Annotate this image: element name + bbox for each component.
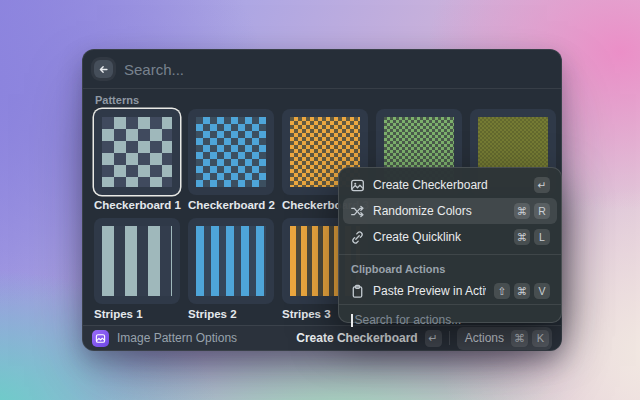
status-divider [449,331,450,345]
menu-search-placeholder: Search for actions... [355,313,462,327]
menu-item[interactable]: Paste Preview in Active App⇧⌘V [343,278,557,304]
key-cap: R [534,203,550,219]
app-name: Image Pattern Options [117,331,237,345]
patterns-section-title: Patterns [95,94,550,106]
action-menu-items: Create Checkerboard↵Randomize Colors⌘RCr… [343,172,557,250]
checker-pattern [102,117,172,187]
k-key-cap: K [532,330,549,347]
clipboard-icon [350,284,365,299]
pattern-preview[interactable] [188,218,274,304]
menu-item-label: Create Quicklink [373,230,506,244]
stripes-pattern [196,226,266,296]
menu-search-input[interactable]: Search for actions... [343,309,557,331]
clipboard-section-title: Clipboard Actions [343,259,557,278]
menu-search-divider [339,304,561,305]
menu-item-shortcut: ⌘L [514,229,550,245]
image-icon [350,178,365,193]
checker-pattern [196,117,266,187]
arrow-left-icon [98,64,109,75]
menu-item-shortcut: ↵ [534,177,550,193]
menu-item-label: Create Checkerboard [373,178,526,192]
pattern-preview[interactable] [94,109,180,195]
key-cap: L [534,229,550,245]
menu-item[interactable]: Create Quicklink⌘L [343,224,557,250]
app-icon [92,330,109,347]
text-caret [351,314,353,327]
menu-item-label: Paste Preview in Active App [373,284,486,298]
action-menu: Create Checkerboard↵Randomize Colors⌘RCr… [338,167,562,323]
pattern-tile[interactable]: Stripes 1 [94,218,180,321]
menu-item-shortcut: ⌘R [514,203,550,219]
menu-item-shortcut: ⇧⌘V [494,283,550,299]
primary-action-label[interactable]: Create Checkerboard [296,331,417,345]
key-cap: ⇧ [494,283,510,299]
menu-item-label: Randomize Colors [373,204,506,218]
actions-button-label: Actions [465,331,504,345]
image-pattern-icon [95,333,106,344]
stripes-pattern [102,226,172,296]
search-bar: Search... [83,50,561,88]
key-cap: V [534,283,550,299]
pattern-tile[interactable]: Checkerboard 1 [94,109,180,212]
pattern-preview[interactable] [94,218,180,304]
menu-divider [339,254,561,255]
key-cap: ⌘ [514,203,530,219]
pattern-tile-label: Checkerboard 1 [94,199,180,212]
link-icon [350,230,365,245]
pattern-tile[interactable]: Stripes 2 [188,218,274,321]
key-cap: ⌘ [514,229,530,245]
back-button[interactable] [94,60,113,78]
return-key-cap: ↵ [425,330,442,347]
key-cap: ↵ [534,177,550,193]
menu-item[interactable]: Randomize Colors⌘R [343,198,557,224]
clipboard-section-items: Paste Preview in Active App⇧⌘V [343,278,557,304]
menu-item[interactable]: Create Checkerboard↵ [343,172,557,198]
pattern-tile-label: Stripes 1 [94,308,180,321]
shuffle-icon [350,204,365,219]
command-key-cap: ⌘ [511,330,528,347]
pattern-preview[interactable] [188,109,274,195]
key-cap: ⌘ [514,283,530,299]
pattern-tile-label: Checkerboard 2 [188,199,274,212]
search-input[interactable]: Search... [124,61,184,78]
pattern-tile[interactable]: Checkerboard 2 [188,109,274,212]
pattern-tile-label: Stripes 2 [188,308,274,321]
